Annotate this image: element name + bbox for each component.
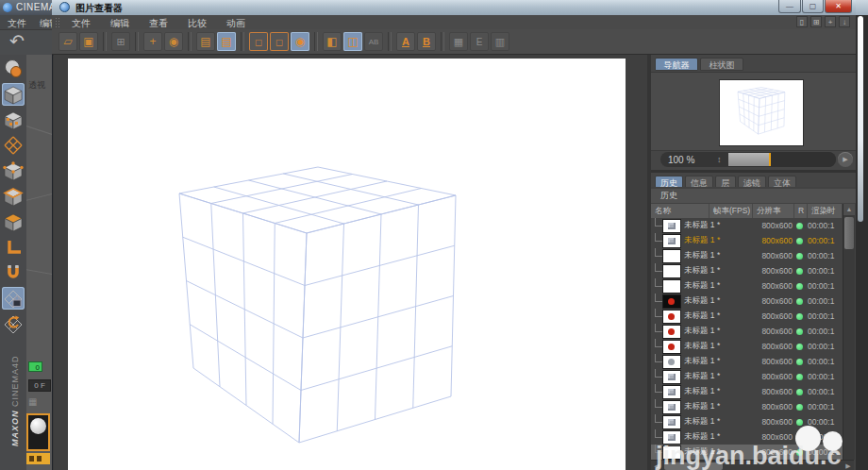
exposure-tool-icon[interactable]: E xyxy=(470,32,489,51)
history-column-1[interactable]: 帧率(FPS) xyxy=(709,204,753,218)
axis-mode-icon[interactable] xyxy=(2,236,25,259)
zoom-slider-handle[interactable] xyxy=(769,153,771,166)
render-thumbnail[interactable] xyxy=(663,250,680,262)
history-row[interactable]: 未标题 1 *800x60000:00:1 xyxy=(651,384,843,399)
undo-icon[interactable]: ↶ xyxy=(9,30,25,52)
viewer-menu-1[interactable]: 编辑 xyxy=(110,17,129,30)
main-menu-0[interactable]: 文件 xyxy=(8,17,26,30)
history-column-0[interactable]: 名称 xyxy=(651,204,709,218)
texture-mode-icon[interactable] xyxy=(2,109,25,131)
polygons-mode-icon[interactable] xyxy=(2,210,25,233)
history-row[interactable]: 未标题 1 *800x60000:00:1 xyxy=(651,324,843,339)
grid-icon[interactable]: ▦ xyxy=(28,396,37,407)
navigator-tab-1[interactable]: 柱状图 xyxy=(700,58,743,71)
render-thumbnail[interactable] xyxy=(663,386,680,398)
render-thumbnail[interactable] xyxy=(663,295,680,308)
zoom-menu-button[interactable]: ▶ xyxy=(838,152,853,167)
info-tool-icon[interactable]: ▥ xyxy=(491,32,509,51)
close-button[interactable]: ✕ xyxy=(825,0,852,13)
render-sphere-icon[interactable] xyxy=(2,58,25,80)
maximize-button[interactable]: ▢ xyxy=(802,0,824,13)
history-row[interactable]: 未标题 1 *800x60000:00:1 xyxy=(651,399,843,414)
navigator-thumbnail[interactable] xyxy=(720,80,803,145)
menubar-grip[interactable] xyxy=(55,17,61,27)
history-row[interactable]: 未标题 1 *800x60000:00:1 xyxy=(651,339,843,354)
vertical-scroll-thumb[interactable] xyxy=(844,217,854,249)
render-resolution: 800x600 xyxy=(751,236,793,245)
history-row[interactable]: 未标题 1 *800x60000:00:1 xyxy=(651,233,843,248)
history-column-2[interactable]: 分辨率 xyxy=(753,204,794,218)
history-row[interactable]: 未标题 1 *800x60000:00:1 xyxy=(651,263,843,278)
collapse-window-icon[interactable]: ↓ xyxy=(839,16,850,27)
history-row[interactable]: 未标题 1 *800x60000:00:1 xyxy=(651,248,843,263)
set-image-b-icon[interactable]: B xyxy=(417,32,436,51)
viewer-titlebar[interactable]: 图片查看器 — ▢ ✕ xyxy=(52,0,856,16)
scroll-right-icon[interactable]: ▶ xyxy=(843,462,854,470)
lock-workplane-icon[interactable] xyxy=(2,287,25,310)
history-row[interactable]: 未标题 1 *800x60000:00:1 xyxy=(651,218,843,233)
viewer-menu-3[interactable]: 比较 xyxy=(188,17,207,30)
compare-text-icon[interactable]: AB xyxy=(364,32,383,51)
edges-mode-icon[interactable] xyxy=(2,185,25,208)
frame-field[interactable]: 0 F xyxy=(28,379,51,392)
layer-manager-icon[interactable]: ▤ xyxy=(196,32,215,51)
viewer-menu-0[interactable]: 文件 xyxy=(72,17,91,30)
history-row[interactable]: 未标题 1 *800x60000:00:1 xyxy=(651,278,843,294)
render-thumbnail[interactable] xyxy=(663,356,680,368)
history-row[interactable]: 未标题 1 *800x60000:00:1 xyxy=(651,369,843,384)
zoom-value[interactable]: 100 % xyxy=(668,155,717,165)
history-column-3[interactable]: R xyxy=(794,204,808,218)
magnet-tool-icon[interactable] xyxy=(2,261,25,284)
grid-plane-icon[interactable] xyxy=(2,134,25,157)
open-image-icon[interactable]: ▱ xyxy=(58,32,77,51)
set-image-a-icon[interactable]: A xyxy=(396,32,415,51)
scroll-up-icon[interactable]: ▲ xyxy=(843,204,855,215)
render-thumbnail[interactable] xyxy=(663,311,680,323)
history-row[interactable]: 未标题 1 *800x60000:00:1 xyxy=(651,354,843,369)
render-thumbnail[interactable] xyxy=(663,220,680,232)
navigator-tab-0[interactable]: 导航器 xyxy=(655,58,698,71)
render-thumbnail[interactable] xyxy=(663,371,680,383)
points-mode-icon[interactable] xyxy=(2,159,25,182)
history-row[interactable]: 未标题 1 *800x60000:00:1 xyxy=(651,294,843,309)
history-vertical-scrollbar[interactable]: ▲ xyxy=(843,204,855,460)
zoom-slider[interactable] xyxy=(728,152,836,167)
render-thumbnail[interactable] xyxy=(663,326,680,338)
render-thumbnail[interactable] xyxy=(663,280,680,293)
tree-branch-line xyxy=(655,399,662,408)
material-name-tag[interactable] xyxy=(26,453,50,464)
compare-ab-icon[interactable]: ◧ xyxy=(323,32,342,51)
render-resolution: 800x600 xyxy=(751,387,793,396)
viewer-menu-2[interactable]: 查看 xyxy=(149,17,168,30)
timeline-frame-toggle[interactable]: 0 xyxy=(28,361,42,372)
zoom-stepper-icon[interactable]: ↕ xyxy=(717,155,728,164)
fit-horizontal-icon[interactable]: ◻ xyxy=(249,32,268,51)
layer-single-icon[interactable]: ▤ xyxy=(217,32,236,51)
compare-vertical-icon[interactable]: ◫ xyxy=(343,32,362,51)
zoom-mode-icon[interactable]: ◉ xyxy=(164,32,183,51)
cube-primitive-icon[interactable] xyxy=(2,83,25,106)
render-thumbnail[interactable] xyxy=(663,341,680,353)
minimize-button[interactable]: — xyxy=(778,0,801,13)
save-image-icon[interactable]: ▣ xyxy=(79,32,98,51)
move-mode-icon[interactable]: + xyxy=(143,32,162,51)
render-thumbnail[interactable] xyxy=(663,265,680,277)
render-time: 00:00:1 xyxy=(806,281,843,291)
viewer-menu-4[interactable]: 动画 xyxy=(226,17,245,30)
dock-layout-icon[interactable]: ▯ xyxy=(796,16,808,27)
material-thumbnail[interactable] xyxy=(26,413,50,451)
expand-panel-icon[interactable]: ⊞ xyxy=(810,16,822,27)
render-thumbnail[interactable] xyxy=(663,416,680,428)
history-row[interactable]: 未标题 1 *800x60000:00:1 xyxy=(651,309,843,324)
zoom-row: 100 % ↕ ▶ xyxy=(651,149,856,170)
frame-range-icon[interactable]: ⊞ xyxy=(111,32,130,51)
move-window-icon[interactable]: + xyxy=(825,16,836,27)
fit-vertical-icon[interactable]: ◻ xyxy=(270,32,289,51)
render-canvas[interactable] xyxy=(68,59,626,470)
render-thumbnail[interactable] xyxy=(663,235,680,247)
histogram-tool-icon[interactable]: ▦ xyxy=(449,32,468,51)
render-thumbnail[interactable] xyxy=(663,401,680,413)
history-column-4[interactable]: 渲染时 xyxy=(808,204,843,218)
rotate-workplane-icon[interactable] xyxy=(2,312,25,335)
fullscreen-image-icon[interactable]: ◉ xyxy=(291,32,309,51)
